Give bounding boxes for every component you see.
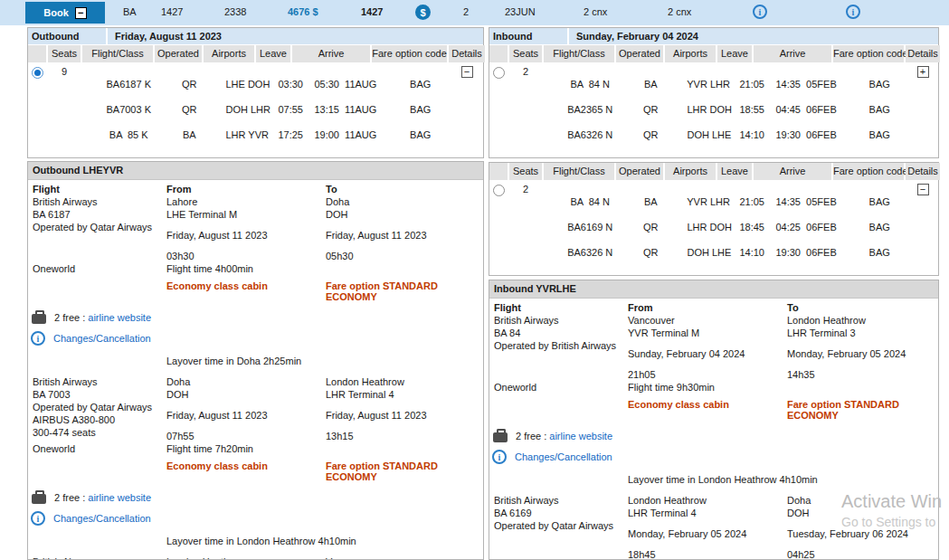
col-airports: Airports <box>204 45 254 62</box>
details-header-row: Flight From To <box>28 184 483 195</box>
header-from: From <box>628 302 787 313</box>
segment-arrive: 04:25 06FEB <box>775 222 836 233</box>
info-icon: i <box>31 511 45 526</box>
from-terminal: YVR Terminal M <box>628 327 787 339</box>
airline-website-link[interactable]: airline website <box>549 431 612 441</box>
fare-cell: BAG BAG BAG <box>833 183 904 271</box>
from-city: London Heathrow <box>166 555 326 560</box>
col-fare-option-code: Fare option code <box>372 45 447 62</box>
from-time: 07h55 <box>166 430 326 442</box>
col-fare-option-code: Fare option code <box>833 45 904 62</box>
segment-flight: BA7003 K <box>106 104 151 115</box>
leave-cell: 21:05 18:45 14:10 <box>717 183 752 271</box>
leg-seats-info: 300-474 seats <box>33 426 157 439</box>
fare-cell: BAG BAG BAG <box>833 65 904 154</box>
outbound-section-title: Outbound LHEYVR <box>28 162 483 180</box>
leg-from: Doha DOH Friday, August 11 2023 07h55 Fl… <box>166 375 326 455</box>
col-arrive: Arrive <box>754 45 831 62</box>
col-seats: Seats <box>509 163 542 180</box>
baggage-allowance: 2 free : airline website <box>54 492 151 503</box>
details-toggle-icon[interactable]: − <box>461 66 473 78</box>
leg-operated-by: Operated by Qatar Airways <box>494 519 619 532</box>
segment-operated: QR <box>182 104 197 115</box>
inbound-option-row: 2 BA 84 N BA2365 N BA6326 N BA QR QR YVR… <box>489 62 938 157</box>
outbound-date: Friday, August 11 2023 <box>108 28 483 44</box>
segment-fare: BAG <box>869 129 890 140</box>
segment-fare: BAG <box>410 104 431 115</box>
col-operated: Operated <box>155 45 202 62</box>
toolbar-number-2: 2338 <box>224 6 246 17</box>
leg-flight-number: BA 84 <box>494 327 619 339</box>
to-time: 04h25 <box>787 548 938 560</box>
leg-airline: British Airways <box>33 195 157 208</box>
changes-cancellation-link[interactable]: Changes/Cancellation <box>515 451 612 462</box>
from-terminal: DOH <box>166 388 326 401</box>
col-operated: Operated <box>616 45 663 62</box>
inbound-table-header: Inbound Sunday, February 04 2024 <box>489 28 938 44</box>
leg-aircraft: AIRBUS A380-800 <box>33 413 157 426</box>
to-date: Friday, August 11 2023 <box>326 409 483 422</box>
leg-flight-info: British Airways BA 7003 Operated by Qata… <box>33 375 166 455</box>
from-city: London Heathrow <box>628 494 787 507</box>
outbound-details-section: Outbound LHEYVR Flight From To British A… <box>27 161 484 560</box>
flight-class-cell: BA 84 N BA6169 N BA6326 N <box>544 183 614 271</box>
baggage-icon <box>493 432 508 442</box>
airports-cell: LHE DOH DOH LHR LHR YVR <box>204 65 254 154</box>
flight-leg: British Airways BA 84 Operated by Britis… <box>489 314 938 485</box>
to-terminal: DOH <box>787 507 938 519</box>
to-terminal: LHR Terminal 3 <box>787 327 938 339</box>
radio-column-header <box>489 45 508 62</box>
table-column-headers: Seats Flight/Class Operated Airports Lea… <box>489 163 938 180</box>
inbound-option-radio[interactable] <box>493 185 505 196</box>
info-icon: i <box>31 331 45 346</box>
to-time: 14h35 <box>787 368 938 381</box>
booking-toolbar: Book − BA 1427 2338 4676 $ 1427 $ 2 23JU… <box>0 0 949 25</box>
segment-fare: BAG <box>410 129 431 140</box>
leg-flight-number: BA 6187 <box>33 208 157 221</box>
col-details: Details <box>449 45 485 62</box>
baggage-icon <box>32 494 46 504</box>
baggage-label: 2 free : <box>54 312 85 323</box>
from-terminal: LHR Terminal 4 <box>628 507 787 519</box>
changes-cancellation-link[interactable]: Changes/Cancellation <box>53 333 151 344</box>
total-price: 4676 $ <box>288 6 318 17</box>
leg-flight-number: BA 7003 <box>33 388 157 401</box>
currency-icon[interactable]: $ <box>415 5 431 20</box>
details-toggle-icon[interactable]: + <box>917 66 929 78</box>
col-details: Details <box>906 45 940 62</box>
inbound-option-row: 2 BA 84 N BA6169 N BA6326 N BA QR QR YVR… <box>489 180 938 275</box>
to-city: London Heathrow <box>787 314 938 327</box>
airports-cell: YVR LHR LHR DOH DOH LHE <box>665 183 716 271</box>
book-button[interactable]: Book − <box>25 2 105 24</box>
table-column-headers: Seats Flight/Class Operated Airports Lea… <box>489 45 938 62</box>
operated-cell: BA QR QR <box>616 183 663 271</box>
segment-flight: BA2365 N <box>567 104 612 115</box>
airline-website-link[interactable]: airline website <box>88 492 151 503</box>
leg-to: Vancouver YVR Terminal M Friday, August … <box>326 555 483 560</box>
col-airports: Airports <box>665 163 716 180</box>
collapse-icon[interactable]: − <box>75 7 87 19</box>
segment-operated: QR <box>643 222 659 233</box>
radio-column-header <box>489 163 508 180</box>
from-city: Lahore <box>166 195 326 208</box>
segment-operated: QR <box>643 247 659 258</box>
leg-flight-info: British Airways BA 84 Operated by Britis… <box>494 314 628 394</box>
segment-arrive: 04:45 06FEB <box>775 104 836 115</box>
flight-time: Flight time 4h00min <box>166 262 326 275</box>
segment-arrive: 05:30 11AUG <box>314 79 376 90</box>
inbound-option-radio[interactable] <box>493 67 505 79</box>
flight-leg: British Airways BA 6169 Operated by Qata… <box>489 494 938 560</box>
leg-flight-info: British Airways BA 6187 Operated by Qata… <box>33 195 166 275</box>
outbound-option-radio[interactable] <box>32 67 43 79</box>
info-icon[interactable]: i <box>753 5 767 19</box>
flight-time: Flight time 9h30min <box>628 381 787 394</box>
arrive-cell: 05:30 11AUG 13:15 11AUG 19:00 11AUG <box>292 65 370 154</box>
details-toggle-icon[interactable]: − <box>917 184 929 195</box>
changes-cancellation-link[interactable]: Changes/Cancellation <box>53 513 151 524</box>
segment-operated: BA <box>644 196 658 207</box>
info-icon[interactable]: i <box>846 5 860 19</box>
segment-operated: QR <box>643 129 659 140</box>
departure-date: 23JUN <box>505 6 536 17</box>
airline-website-link[interactable]: airline website <box>88 312 151 323</box>
flight-leg: British Airways BA 6187 Operated by Qata… <box>28 195 483 366</box>
